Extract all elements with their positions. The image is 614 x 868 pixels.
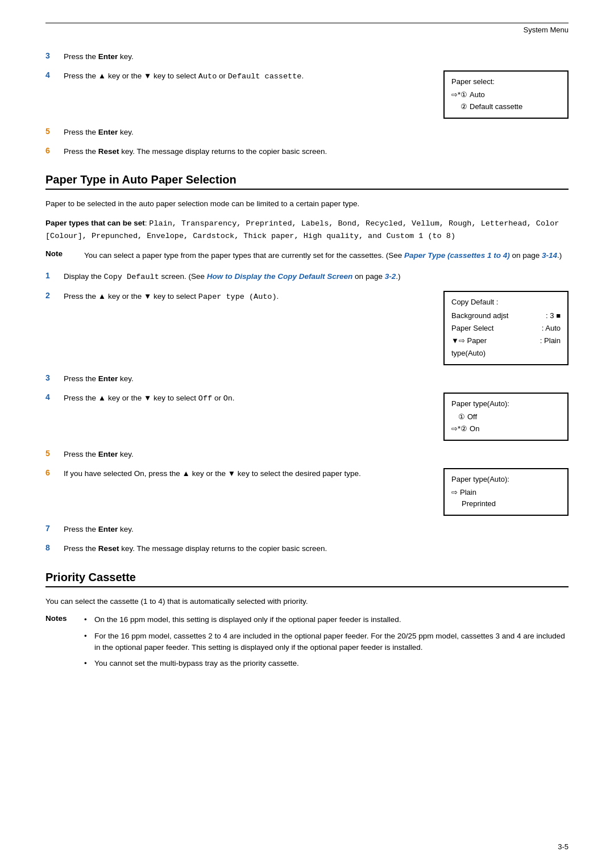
notes-label: Notes xyxy=(45,614,84,623)
note-block: Note You can select a paper type from th… xyxy=(45,249,569,262)
step-number-6: 6 xyxy=(45,146,64,155)
notes-item-3: • You cannot set the multi-bypass tray a… xyxy=(84,658,569,669)
step-s1-1-text: Display the Copy Default screen. (See Ho… xyxy=(64,271,569,283)
lcd-papertype-auto-title1: Paper type(Auto): xyxy=(451,398,561,410)
note-content: You can select a paper type from the pap… xyxy=(84,249,569,262)
lcd-row-paperselect-val: : Auto xyxy=(526,322,561,335)
step-number-s1-3: 3 xyxy=(45,373,64,382)
step-s1-4-text: Press the ▲ key or the ▼ key to select O… xyxy=(64,393,432,404)
section1-step-3: 3 Press the Enter key. xyxy=(45,373,569,385)
lcd-plain-line: ⇨ Plain xyxy=(451,487,561,499)
step-s1-7-text: Press the Enter key. xyxy=(64,524,569,535)
step-number-5: 5 xyxy=(45,127,64,136)
lcd-on-line: ⇨*② On xyxy=(451,423,561,435)
section2-heading: Priority Cassette xyxy=(45,571,569,587)
notes-bullet-1: • xyxy=(84,614,92,625)
step-6-initial: 6 Press the Reset key. The message displ… xyxy=(45,146,569,157)
section1-step-2: 2 Press the ▲ key or the ▼ key to select… xyxy=(45,291,569,365)
notes-item-1: • On the 16 ppm model, this setting is d… xyxy=(84,614,569,625)
section1-heading: Paper Type in Auto Paper Selection xyxy=(45,173,569,190)
notes-text-1: On the 16 ppm model, this setting is dis… xyxy=(94,614,401,625)
lcd-box-title-paperselect: Paper select: xyxy=(451,76,561,88)
page-number: 3-5 xyxy=(558,842,569,851)
step-number-s1-4: 4 xyxy=(45,393,64,402)
step-number-s1-5: 5 xyxy=(45,449,64,458)
step-number-s1-8: 8 xyxy=(45,543,64,552)
step-5-initial: 5 Press the Enter key. xyxy=(45,127,569,138)
section1-step-1: 1 Display the Copy Default screen. (See … xyxy=(45,271,569,283)
step-s1-1-pageref: 3-2 xyxy=(385,272,396,281)
lcd-copy-default-title: Copy Default : xyxy=(451,297,561,308)
section1-step-8: 8 Press the Reset key. The message displ… xyxy=(45,543,569,554)
step-4-initial: 4 Press the ▲ key or the ▼ key to select… xyxy=(45,70,569,118)
notes-bullet-2: • xyxy=(84,631,92,642)
lcd-row-background-val: : 3 ■ xyxy=(526,310,561,322)
step-s1-1-link: How to Display the Copy Default Screen xyxy=(207,272,353,281)
notes-text-3: You cannot set the multi-bypass tray as … xyxy=(94,658,299,669)
step-s1-8-text: Press the Reset key. The message display… xyxy=(64,543,569,554)
step-3-text: Press the Enter key. xyxy=(64,51,569,62)
lcd-box-line-default: ② Default cassette xyxy=(451,101,561,113)
paper-type-auto-box1: Paper type(Auto): ① Off ⇨*② On xyxy=(443,393,569,440)
section2-para: You can select the cassette (1 to 4) tha… xyxy=(45,595,569,608)
paper-type-auto-box2: Paper type(Auto): ⇨ Plain Preprinted xyxy=(443,468,569,516)
step-s1-6-text: If you have selected On, press the ▲ key… xyxy=(64,468,432,479)
lcd-papertype-auto-title2: Paper type(Auto): xyxy=(451,474,561,486)
step-4-text: Press the ▲ key or the ▼ key to select A… xyxy=(64,70,432,82)
section1-step-4: 4 Press the ▲ key or the ▼ key to select… xyxy=(45,393,569,440)
step-s1-2-text: Press the ▲ key or the ▼ key to select P… xyxy=(64,291,432,303)
paper-select-lcd-box: Paper select: ⇨*① Auto ② Default cassett… xyxy=(443,70,569,118)
lcd-row-papertype: ▼⇨ Paper type(Auto) : Plain xyxy=(451,335,561,360)
step-s1-5-text: Press the Enter key. xyxy=(64,449,569,460)
lcd-row-papertype-label: ▼⇨ Paper type(Auto) xyxy=(451,335,522,360)
lcd-row-background: Background adjst : 3 ■ xyxy=(451,310,561,322)
step-number-4: 4 xyxy=(45,70,64,80)
lcd-row-paperselect-label: Paper Select xyxy=(451,322,493,335)
step-number-3: 3 xyxy=(45,51,64,60)
step-3-initial: 3 Press the Enter key. xyxy=(45,51,569,62)
step-number-s1-1: 1 xyxy=(45,271,64,280)
notes-bullet-3: • xyxy=(84,658,92,669)
note-link: Paper Type (cassettes 1 to 4) xyxy=(404,251,510,260)
step-s1-3-text: Press the Enter key. xyxy=(64,373,569,385)
note-label: Note xyxy=(45,249,84,262)
step-number-s1-2: 2 xyxy=(45,291,64,300)
section1-para2: Paper types that can be set: Plain, Tran… xyxy=(45,217,569,243)
notes-text-2: For the 16 ppm model, cassettes 2 to 4 a… xyxy=(94,631,569,654)
section1-step-5: 5 Press the Enter key. xyxy=(45,449,569,460)
lcd-row-background-label: Background adjst xyxy=(451,310,508,322)
lcd-off-line: ① Off xyxy=(451,411,561,423)
lcd-preprinted-line: Preprinted xyxy=(451,498,561,510)
notes-item-2: • For the 16 ppm model, cassettes 2 to 4… xyxy=(84,631,569,654)
section1-step-7: 7 Press the Enter key. xyxy=(45,524,569,535)
notes-block: Notes • On the 16 ppm model, this settin… xyxy=(45,614,569,674)
lcd-row-papertype-val: : Plain xyxy=(526,335,561,360)
step-number-s1-6: 6 xyxy=(45,468,64,477)
section1-step-6: 6 If you have selected On, press the ▲ k… xyxy=(45,468,569,516)
step-6-text: Press the Reset key. The message display… xyxy=(64,146,569,157)
note-page-ref: 3-14 xyxy=(542,251,557,260)
section1-para1: Paper to be selected in the auto paper s… xyxy=(45,198,569,210)
lcd-row-paperselect: Paper Select : Auto xyxy=(451,322,561,335)
copy-default-lcd-box: Copy Default : Background adjst : 3 ■ Pa… xyxy=(443,291,569,365)
notes-list: • On the 16 ppm model, this setting is d… xyxy=(84,614,569,674)
step-number-s1-7: 7 xyxy=(45,524,64,533)
page-header-title: System Menu xyxy=(524,26,569,34)
lcd-copy-default-table: Background adjst : 3 ■ Paper Select : Au… xyxy=(451,310,561,360)
step-5-text: Press the Enter key. xyxy=(64,127,569,138)
lcd-box-line-auto: ⇨*① Auto xyxy=(451,89,561,101)
